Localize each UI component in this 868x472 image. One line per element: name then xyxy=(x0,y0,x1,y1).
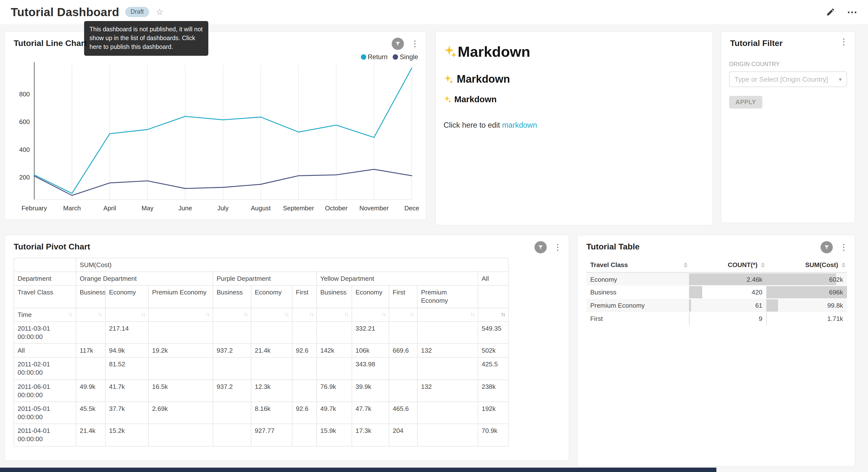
column-label: Travel Class xyxy=(590,261,628,268)
sort-icon[interactable]: ↑↓ xyxy=(285,311,288,318)
pivot-cell xyxy=(317,358,352,380)
markdown-paragraph-text: Click here to edit xyxy=(443,121,502,129)
table-column-header[interactable]: COUNT(*) xyxy=(689,258,766,272)
unpublished-tooltip[interactable]: This dashboard is not published, it will… xyxy=(84,21,208,56)
origin-country-select[interactable]: Type or Select [Origin Country] ▾ xyxy=(729,71,847,87)
svg-text:800: 800 xyxy=(19,90,30,98)
cell-travel-class: First xyxy=(586,312,689,325)
column-label: SUM(Cost) xyxy=(805,261,838,268)
markdown-h2-text: Markdown xyxy=(457,73,510,86)
table-row[interactable]: Premium Economy6199.8k xyxy=(586,299,847,312)
sort-icon[interactable]: ↑↓ xyxy=(244,311,247,318)
pivot-row-time: 2011-05-01 00:00:00 xyxy=(14,402,76,424)
sort-icon[interactable]: ↑↓ xyxy=(98,311,102,318)
svg-text:Dece: Dece xyxy=(404,204,419,212)
sort-icon[interactable]: ↑↓ xyxy=(68,311,72,318)
sort-icon[interactable]: ↑↓ xyxy=(309,311,313,318)
pivot-cell xyxy=(148,358,213,380)
kebab-menu-icon[interactable]: ⋮ xyxy=(410,40,420,48)
table-column-header[interactable]: SUM(Cost) xyxy=(766,258,847,272)
pivot-group-header: Purple Department xyxy=(213,272,317,286)
kebab-menu-icon[interactable]: ⋮ xyxy=(839,38,849,46)
chart-title: Tutorial Line Chart xyxy=(5,32,426,49)
page-title: Tutorial Dashboard xyxy=(11,5,119,19)
more-menu-icon[interactable]: ⋯ xyxy=(847,7,857,17)
sort-icon[interactable]: ↑↓ xyxy=(410,311,414,318)
column-label: COUNT(*) xyxy=(727,261,757,268)
filter-scope-icon[interactable] xyxy=(820,241,833,254)
pivot-class-header: Economy xyxy=(251,286,292,308)
pivot-cell: 39.9k xyxy=(352,380,389,402)
legend-dot-icon xyxy=(361,54,366,60)
pivot-cell: 15.2k xyxy=(105,424,148,446)
line-chart-legend: ReturnSingle xyxy=(361,53,418,61)
pivot-row: 2011-05-01 00:00:0045.5k37.7k2.69k8.16k9… xyxy=(14,402,508,424)
svg-text:600: 600 xyxy=(19,118,30,125)
line-chart-svg: 200400600800FebruaryMarchAprilMayJuneJul… xyxy=(5,60,427,218)
value-bar xyxy=(689,299,691,312)
apply-button[interactable]: APPLY xyxy=(729,96,763,109)
sort-icon[interactable]: ↑↓ xyxy=(206,311,209,318)
favorite-star-icon[interactable]: ☆ xyxy=(156,8,163,16)
markdown-h3: Markdown xyxy=(443,94,705,105)
pivot-sort-cell: ↑↓ xyxy=(317,308,352,321)
legend-item[interactable]: Return xyxy=(361,53,388,61)
app-header: Tutorial Dashboard Draft ☆ ⋯ xyxy=(0,0,868,24)
table-row[interactable]: First91.71k xyxy=(586,312,847,325)
legend-label: Return xyxy=(368,53,388,61)
pivot-cell xyxy=(292,380,317,402)
edit-pencil-icon[interactable] xyxy=(826,7,835,17)
table-row[interactable]: Economy2.46k602k xyxy=(586,272,847,286)
cell-travel-class: Economy xyxy=(586,272,689,286)
pivot-row: 2011-04-01 00:00:0021.4k15.2k927.7715.9k… xyxy=(14,424,508,446)
filter-scope-icon[interactable] xyxy=(392,38,404,50)
pivot-cell: 106k xyxy=(352,344,389,357)
filter-scope-icon[interactable] xyxy=(534,241,547,254)
pivot-cell: 92.6 xyxy=(292,344,317,357)
kebab-menu-icon[interactable]: ⋮ xyxy=(553,243,563,252)
pivot-class-header: Premium Economy xyxy=(148,286,213,308)
pivot-cell: 17.3k xyxy=(352,424,389,446)
filter-card-title: Tutorial Filter xyxy=(721,32,855,49)
pivot-group-header: Orange Department xyxy=(76,272,213,286)
svg-text:July: July xyxy=(217,204,228,212)
pivot-cell: 70.9k xyxy=(478,424,508,446)
markdown-body: Markdown Markdown Markdown Click here to… xyxy=(436,32,712,129)
cell-count: 420 xyxy=(689,286,766,299)
pivot-cell: 81.52 xyxy=(105,358,148,380)
pivot-cell: 45.5k xyxy=(76,402,105,424)
table-column-header[interactable]: Travel Class xyxy=(586,258,689,272)
sort-icon[interactable]: ↑↓ xyxy=(501,311,505,318)
markdown-h1-text: Markdown xyxy=(458,43,530,60)
table-row[interactable]: Business420696k xyxy=(586,286,847,299)
table-card: Tutorial Table ⋮ Travel ClassCOUNT(*)SUM… xyxy=(577,235,855,467)
pivot-sort-cell: ↑↓ xyxy=(251,308,292,321)
pivot-cell: 49.7k xyxy=(317,402,352,424)
pivot-cell: 16.5k xyxy=(148,380,213,402)
pivot-cell: 937.2 xyxy=(213,344,251,357)
kebab-menu-icon[interactable]: ⋮ xyxy=(839,243,849,252)
dashboard-page: Tutorial Dashboard Draft ☆ ⋯ This dashbo… xyxy=(0,0,868,472)
pivot-cell xyxy=(292,358,317,380)
filter-body: ORIGIN COUNTRY Type or Select [Origin Co… xyxy=(721,61,855,109)
pivot-cell: 49.9k xyxy=(76,380,105,402)
svg-text:May: May xyxy=(142,204,154,212)
legend-item[interactable]: Single xyxy=(393,53,418,61)
sort-icon[interactable]: ↑↓ xyxy=(141,311,145,318)
sparkles-icon xyxy=(443,45,457,59)
pivot-cell xyxy=(389,322,417,344)
pivot-cell xyxy=(148,424,213,446)
pivot-cell: 47.7k xyxy=(352,402,389,424)
pivot-cell: 15.9k xyxy=(317,424,352,446)
pivot-class-header: First xyxy=(292,286,317,308)
sort-icon[interactable]: ↑↓ xyxy=(470,311,474,318)
pivot-cell: 425.5 xyxy=(478,358,508,380)
value-bar xyxy=(689,286,702,298)
select-placeholder: Type or Select [Origin Country] xyxy=(735,75,828,83)
line-chart-card: Tutorial Line Chart ⋮ ReturnSingle 20040… xyxy=(4,31,427,220)
card-actions: ⋮ xyxy=(820,241,849,254)
markdown-edit-link[interactable]: markdown xyxy=(502,121,537,129)
sort-icon[interactable]: ↑↓ xyxy=(381,311,385,318)
sort-icon[interactable]: ↑↓ xyxy=(344,311,348,318)
draft-badge[interactable]: Draft xyxy=(125,7,149,17)
